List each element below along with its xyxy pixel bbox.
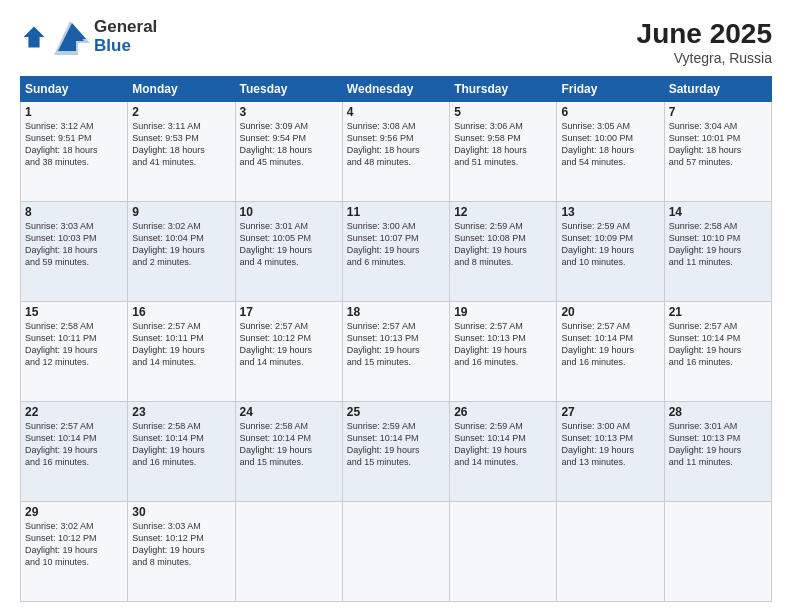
day-cell: 13Sunrise: 2:59 AM Sunset: 10:09 PM Dayl… bbox=[557, 202, 664, 302]
day-number: 25 bbox=[347, 405, 445, 419]
week-row-2: 8Sunrise: 3:03 AM Sunset: 10:03 PM Dayli… bbox=[21, 202, 772, 302]
day-cell: 9Sunrise: 3:02 AM Sunset: 10:04 PM Dayli… bbox=[128, 202, 235, 302]
day-number: 22 bbox=[25, 405, 123, 419]
logo-text: General Blue bbox=[94, 18, 157, 55]
day-info: Sunrise: 3:02 AM Sunset: 10:12 PM Daylig… bbox=[25, 520, 123, 569]
day-number: 18 bbox=[347, 305, 445, 319]
day-info: Sunrise: 3:01 AM Sunset: 10:05 PM Daylig… bbox=[240, 220, 338, 269]
day-cell: 24Sunrise: 2:58 AM Sunset: 10:14 PM Dayl… bbox=[235, 402, 342, 502]
day-cell: 30Sunrise: 3:03 AM Sunset: 10:12 PM Dayl… bbox=[128, 502, 235, 602]
header-cell-wednesday: Wednesday bbox=[342, 77, 449, 102]
day-cell bbox=[557, 502, 664, 602]
day-cell: 6Sunrise: 3:05 AM Sunset: 10:00 PM Dayli… bbox=[557, 102, 664, 202]
logo: General Blue bbox=[20, 18, 157, 55]
day-cell: 5Sunrise: 3:06 AM Sunset: 9:58 PM Daylig… bbox=[450, 102, 557, 202]
day-number: 30 bbox=[132, 505, 230, 519]
day-number: 21 bbox=[669, 305, 767, 319]
day-cell: 27Sunrise: 3:00 AM Sunset: 10:13 PM Dayl… bbox=[557, 402, 664, 502]
day-info: Sunrise: 2:58 AM Sunset: 10:14 PM Daylig… bbox=[132, 420, 230, 469]
day-info: Sunrise: 3:00 AM Sunset: 10:07 PM Daylig… bbox=[347, 220, 445, 269]
day-number: 9 bbox=[132, 205, 230, 219]
day-number: 24 bbox=[240, 405, 338, 419]
day-cell: 4Sunrise: 3:08 AM Sunset: 9:56 PM Daylig… bbox=[342, 102, 449, 202]
day-cell bbox=[664, 502, 771, 602]
day-number: 28 bbox=[669, 405, 767, 419]
day-number: 13 bbox=[561, 205, 659, 219]
logo-icon bbox=[20, 23, 48, 51]
week-row-1: 1Sunrise: 3:12 AM Sunset: 9:51 PM Daylig… bbox=[21, 102, 772, 202]
day-cell: 18Sunrise: 2:57 AM Sunset: 10:13 PM Dayl… bbox=[342, 302, 449, 402]
day-cell: 2Sunrise: 3:11 AM Sunset: 9:53 PM Daylig… bbox=[128, 102, 235, 202]
header-row: SundayMondayTuesdayWednesdayThursdayFrid… bbox=[21, 77, 772, 102]
day-cell: 16Sunrise: 2:57 AM Sunset: 10:11 PM Dayl… bbox=[128, 302, 235, 402]
day-info: Sunrise: 3:01 AM Sunset: 10:13 PM Daylig… bbox=[669, 420, 767, 469]
day-cell: 14Sunrise: 2:58 AM Sunset: 10:10 PM Dayl… bbox=[664, 202, 771, 302]
day-number: 19 bbox=[454, 305, 552, 319]
day-number: 16 bbox=[132, 305, 230, 319]
logo-blue-text: Blue bbox=[94, 37, 157, 56]
calendar-table: SundayMondayTuesdayWednesdayThursdayFrid… bbox=[20, 76, 772, 602]
day-info: Sunrise: 2:57 AM Sunset: 10:14 PM Daylig… bbox=[561, 320, 659, 369]
day-info: Sunrise: 3:04 AM Sunset: 10:01 PM Daylig… bbox=[669, 120, 767, 169]
day-cell: 10Sunrise: 3:01 AM Sunset: 10:05 PM Dayl… bbox=[235, 202, 342, 302]
header-cell-tuesday: Tuesday bbox=[235, 77, 342, 102]
day-number: 1 bbox=[25, 105, 123, 119]
day-info: Sunrise: 3:08 AM Sunset: 9:56 PM Dayligh… bbox=[347, 120, 445, 169]
day-info: Sunrise: 2:57 AM Sunset: 10:13 PM Daylig… bbox=[347, 320, 445, 369]
calendar-title: June 2025 bbox=[637, 18, 772, 50]
day-info: Sunrise: 3:03 AM Sunset: 10:12 PM Daylig… bbox=[132, 520, 230, 569]
day-info: Sunrise: 2:58 AM Sunset: 10:11 PM Daylig… bbox=[25, 320, 123, 369]
day-cell: 8Sunrise: 3:03 AM Sunset: 10:03 PM Dayli… bbox=[21, 202, 128, 302]
day-number: 11 bbox=[347, 205, 445, 219]
page: General Blue June 2025 Vytegra, Russia S… bbox=[0, 0, 792, 612]
day-number: 14 bbox=[669, 205, 767, 219]
day-number: 3 bbox=[240, 105, 338, 119]
day-cell bbox=[342, 502, 449, 602]
day-cell: 21Sunrise: 2:57 AM Sunset: 10:14 PM Dayl… bbox=[664, 302, 771, 402]
day-cell: 20Sunrise: 2:57 AM Sunset: 10:14 PM Dayl… bbox=[557, 302, 664, 402]
day-number: 12 bbox=[454, 205, 552, 219]
day-info: Sunrise: 2:59 AM Sunset: 10:14 PM Daylig… bbox=[454, 420, 552, 469]
day-number: 29 bbox=[25, 505, 123, 519]
header-cell-friday: Friday bbox=[557, 77, 664, 102]
day-number: 20 bbox=[561, 305, 659, 319]
header-cell-thursday: Thursday bbox=[450, 77, 557, 102]
day-number: 8 bbox=[25, 205, 123, 219]
week-row-4: 22Sunrise: 2:57 AM Sunset: 10:14 PM Dayl… bbox=[21, 402, 772, 502]
day-info: Sunrise: 3:05 AM Sunset: 10:00 PM Daylig… bbox=[561, 120, 659, 169]
day-number: 23 bbox=[132, 405, 230, 419]
day-cell: 12Sunrise: 2:59 AM Sunset: 10:08 PM Dayl… bbox=[450, 202, 557, 302]
calendar-subtitle: Vytegra, Russia bbox=[637, 50, 772, 66]
day-number: 5 bbox=[454, 105, 552, 119]
day-info: Sunrise: 2:57 AM Sunset: 10:12 PM Daylig… bbox=[240, 320, 338, 369]
day-cell bbox=[235, 502, 342, 602]
day-info: Sunrise: 3:06 AM Sunset: 9:58 PM Dayligh… bbox=[454, 120, 552, 169]
day-number: 27 bbox=[561, 405, 659, 419]
day-info: Sunrise: 2:57 AM Sunset: 10:11 PM Daylig… bbox=[132, 320, 230, 369]
week-row-3: 15Sunrise: 2:58 AM Sunset: 10:11 PM Dayl… bbox=[21, 302, 772, 402]
day-info: Sunrise: 2:59 AM Sunset: 10:09 PM Daylig… bbox=[561, 220, 659, 269]
day-cell: 3Sunrise: 3:09 AM Sunset: 9:54 PM Daylig… bbox=[235, 102, 342, 202]
title-block: June 2025 Vytegra, Russia bbox=[637, 18, 772, 66]
day-info: Sunrise: 2:58 AM Sunset: 10:10 PM Daylig… bbox=[669, 220, 767, 269]
day-info: Sunrise: 2:59 AM Sunset: 10:14 PM Daylig… bbox=[347, 420, 445, 469]
day-info: Sunrise: 3:09 AM Sunset: 9:54 PM Dayligh… bbox=[240, 120, 338, 169]
day-cell: 26Sunrise: 2:59 AM Sunset: 10:14 PM Dayl… bbox=[450, 402, 557, 502]
day-info: Sunrise: 3:11 AM Sunset: 9:53 PM Dayligh… bbox=[132, 120, 230, 169]
logo-svg bbox=[54, 19, 90, 55]
day-cell: 23Sunrise: 2:58 AM Sunset: 10:14 PM Dayl… bbox=[128, 402, 235, 502]
day-cell: 19Sunrise: 2:57 AM Sunset: 10:13 PM Dayl… bbox=[450, 302, 557, 402]
day-cell: 25Sunrise: 2:59 AM Sunset: 10:14 PM Dayl… bbox=[342, 402, 449, 502]
day-number: 15 bbox=[25, 305, 123, 319]
day-info: Sunrise: 3:12 AM Sunset: 9:51 PM Dayligh… bbox=[25, 120, 123, 169]
header-cell-monday: Monday bbox=[128, 77, 235, 102]
day-info: Sunrise: 2:57 AM Sunset: 10:14 PM Daylig… bbox=[669, 320, 767, 369]
day-number: 4 bbox=[347, 105, 445, 119]
day-info: Sunrise: 2:57 AM Sunset: 10:13 PM Daylig… bbox=[454, 320, 552, 369]
header-cell-sunday: Sunday bbox=[21, 77, 128, 102]
day-info: Sunrise: 2:59 AM Sunset: 10:08 PM Daylig… bbox=[454, 220, 552, 269]
header-cell-saturday: Saturday bbox=[664, 77, 771, 102]
day-info: Sunrise: 2:58 AM Sunset: 10:14 PM Daylig… bbox=[240, 420, 338, 469]
day-number: 26 bbox=[454, 405, 552, 419]
day-info: Sunrise: 3:02 AM Sunset: 10:04 PM Daylig… bbox=[132, 220, 230, 269]
